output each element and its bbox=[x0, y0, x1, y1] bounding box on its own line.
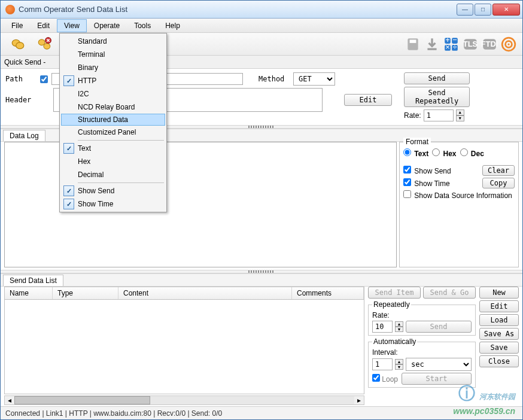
svg-text:FTDI: FTDI bbox=[482, 39, 497, 48]
view-decimal[interactable]: Decimal bbox=[61, 168, 165, 181]
check-icon: ✓ bbox=[63, 143, 74, 154]
window-title: Comm Operator Send Data List bbox=[19, 5, 127, 14]
rate-up[interactable]: ▲ bbox=[456, 109, 464, 115]
copy-button[interactable]: Copy bbox=[482, 178, 515, 188]
app-icon bbox=[5, 5, 15, 14]
view-hex[interactable]: Hex bbox=[61, 155, 165, 168]
svg-text:÷: ÷ bbox=[452, 42, 457, 51]
save-button-list[interactable]: Save bbox=[479, 342, 519, 354]
format-text[interactable]: Text bbox=[403, 148, 428, 158]
save-as-button[interactable]: Save As bbox=[479, 328, 519, 340]
format-hex[interactable]: Hex bbox=[432, 148, 456, 158]
rep-rate-input[interactable] bbox=[372, 321, 393, 333]
toolbar-download-icon[interactable] bbox=[423, 35, 441, 53]
rep-send-button[interactable]: Send bbox=[406, 321, 472, 333]
menu-operate[interactable]: Operate bbox=[87, 19, 127, 32]
start-button[interactable]: Start bbox=[402, 373, 472, 385]
rep-rate-label: Rate: bbox=[372, 311, 390, 319]
repeatedly-group: Repeatedly Rate: ▲▼ Send bbox=[368, 300, 476, 336]
clear-button[interactable]: Clear bbox=[482, 165, 515, 176]
interval-up[interactable]: ▲ bbox=[395, 359, 403, 364]
format-panel: Format Text Hex Dec Show Send Clear Show… bbox=[399, 142, 519, 267]
header-label: Header bbox=[5, 96, 37, 104]
menu-help[interactable]: Help bbox=[158, 19, 187, 32]
send-item-button[interactable]: Send Item bbox=[368, 287, 421, 299]
send-go-button[interactable]: Send & Go bbox=[423, 287, 476, 299]
minimize-button[interactable]: — bbox=[457, 4, 473, 16]
view-show-send[interactable]: ✓Show Send bbox=[61, 184, 165, 197]
table-body[interactable] bbox=[4, 300, 364, 394]
table-header: Name Type Content Comments bbox=[4, 287, 364, 300]
rate-input[interactable] bbox=[424, 109, 454, 121]
view-custom[interactable]: Customized Panel bbox=[61, 126, 165, 139]
titlebar: Comm Operator Send Data List — □ ✕ bbox=[1, 1, 522, 19]
show-time-checkbox[interactable]: Show Time bbox=[403, 178, 450, 188]
check-icon: ✓ bbox=[63, 75, 74, 86]
view-binary[interactable]: Binary bbox=[61, 61, 165, 74]
method-select[interactable]: GET bbox=[293, 72, 335, 86]
menu-file[interactable]: File bbox=[4, 19, 30, 32]
view-http[interactable]: ✓HTTP bbox=[61, 74, 165, 87]
check-icon: ✓ bbox=[63, 199, 74, 209]
check-icon: ✓ bbox=[63, 185, 74, 196]
interval-input[interactable] bbox=[372, 358, 393, 370]
path-label: Path bbox=[5, 75, 37, 83]
col-type[interactable]: Type bbox=[53, 287, 118, 299]
menu-view[interactable]: View bbox=[57, 19, 87, 32]
h-scrollbar[interactable]: ◂▸ bbox=[4, 395, 364, 405]
svg-text:TLS: TLS bbox=[463, 39, 478, 48]
menu-edit[interactable]: Edit bbox=[30, 19, 57, 32]
format-title: Format bbox=[403, 138, 431, 146]
show-dsi-checkbox[interactable]: Show Data Source Information bbox=[403, 190, 512, 200]
repeatedly-legend: Repeatedly bbox=[372, 300, 411, 309]
menubar: File Edit View Operate Tools Help bbox=[1, 19, 522, 33]
loop-checkbox[interactable]: Loop bbox=[372, 374, 398, 384]
view-show-time[interactable]: ✓Show Time bbox=[61, 197, 165, 211]
col-name[interactable]: Name bbox=[5, 287, 53, 299]
col-comments[interactable]: Comments bbox=[292, 287, 364, 299]
interval-label: Interval: bbox=[372, 348, 472, 357]
svg-rect-6 bbox=[410, 39, 416, 42]
menu-tools[interactable]: Tools bbox=[127, 19, 158, 32]
path-checkbox[interactable] bbox=[40, 75, 48, 83]
toolbar-target-icon[interactable] bbox=[500, 35, 518, 53]
show-send-checkbox[interactable]: Show Send bbox=[403, 166, 451, 175]
format-dec[interactable]: Dec bbox=[460, 148, 484, 158]
edit-button[interactable]: Edit bbox=[344, 94, 392, 106]
view-structured[interactable]: Structured Data bbox=[61, 114, 165, 126]
load-button[interactable]: Load bbox=[479, 314, 519, 326]
data-log-tab[interactable]: Data Log bbox=[3, 130, 45, 141]
connect-button[interactable] bbox=[5, 35, 31, 53]
view-terminal[interactable]: Terminal bbox=[61, 48, 165, 61]
svg-point-1 bbox=[16, 42, 24, 48]
view-standard[interactable]: Standard bbox=[61, 35, 165, 48]
send-repeatedly-button[interactable]: Send Repeatedly bbox=[404, 87, 470, 107]
view-i2c[interactable]: I2C bbox=[61, 87, 165, 101]
svg-text:×: × bbox=[445, 42, 450, 51]
interval-down[interactable]: ▼ bbox=[395, 364, 403, 370]
interval-unit[interactable]: sec bbox=[406, 358, 472, 371]
maximize-button[interactable]: □ bbox=[475, 4, 491, 16]
close-list-button[interactable]: Close bbox=[479, 355, 519, 367]
view-dropdown: Standard Terminal Binary ✓HTTP I2C NCD R… bbox=[59, 33, 167, 212]
svg-point-3 bbox=[44, 43, 50, 49]
toolbar-tls-icon[interactable]: TLS bbox=[461, 35, 479, 53]
quick-send-label[interactable]: Quick Send - bbox=[4, 58, 45, 66]
toolbar-calc-icon[interactable]: +−×÷ bbox=[442, 35, 460, 53]
send-button[interactable]: Send bbox=[404, 72, 470, 84]
view-ncd[interactable]: NCD Relay Board bbox=[61, 101, 165, 114]
toolbar-ftdi-icon[interactable]: FTDI bbox=[481, 35, 498, 53]
toolbar-save-icon[interactable] bbox=[404, 35, 422, 53]
svg-rect-7 bbox=[427, 48, 436, 50]
send-data-list-tab[interactable]: Send Data List bbox=[3, 275, 63, 286]
close-button[interactable]: ✕ bbox=[492, 4, 520, 16]
view-text[interactable]: ✓Text bbox=[61, 142, 165, 155]
disconnect-button[interactable] bbox=[32, 35, 57, 53]
new-button[interactable]: New bbox=[479, 287, 519, 299]
rep-rate-down[interactable]: ▼ bbox=[395, 327, 403, 332]
edit-list-button[interactable]: Edit bbox=[479, 300, 519, 312]
rep-rate-up[interactable]: ▲ bbox=[395, 321, 403, 327]
auto-legend: Automatically bbox=[372, 337, 417, 346]
col-content[interactable]: Content bbox=[118, 287, 292, 299]
rate-down[interactable]: ▼ bbox=[456, 115, 464, 121]
